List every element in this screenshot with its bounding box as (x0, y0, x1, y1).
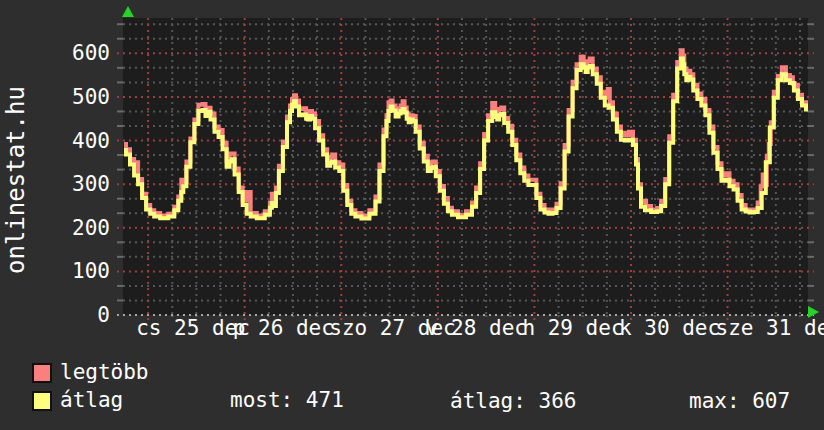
stat-atlag: átlag: 366 (450, 390, 576, 412)
x-axis-day-label: h 29 dec (522, 317, 623, 339)
y-axis-tick-label: 100 (40, 260, 110, 282)
stat-max: max: 607 (689, 390, 790, 412)
x-axis-day-label: sze 31 dec (716, 317, 824, 339)
legend-swatch-atlag (32, 391, 52, 411)
stat-most: most: 471 (230, 389, 344, 411)
legend-label-legtobb: legtöbb (60, 361, 149, 383)
x-axis-day-label: k 30 dec (619, 317, 720, 339)
legend-label-atlag: átlag (60, 389, 123, 411)
y-axis-tick-label: 600 (40, 42, 110, 64)
x-axis-day-label: p 26 dec (233, 317, 334, 339)
y-axis-tick-label: 0 (40, 304, 110, 326)
legend-swatch-legtobb (32, 363, 52, 383)
y-axis-tick-label: 500 (40, 86, 110, 108)
traffic-graph: onlinestat.hu 0100200300400500600 cs 25 … (0, 0, 824, 430)
y-axis-tick-label: 300 (40, 173, 110, 195)
y-axis-tick-label: 400 (40, 130, 110, 152)
y-axis-arrow-icon (122, 6, 134, 17)
y-axis-tick-label: 200 (40, 217, 110, 239)
x-axis-day-label: v 28 dec (426, 317, 527, 339)
watermark: onlinestat.hu (4, 85, 28, 275)
